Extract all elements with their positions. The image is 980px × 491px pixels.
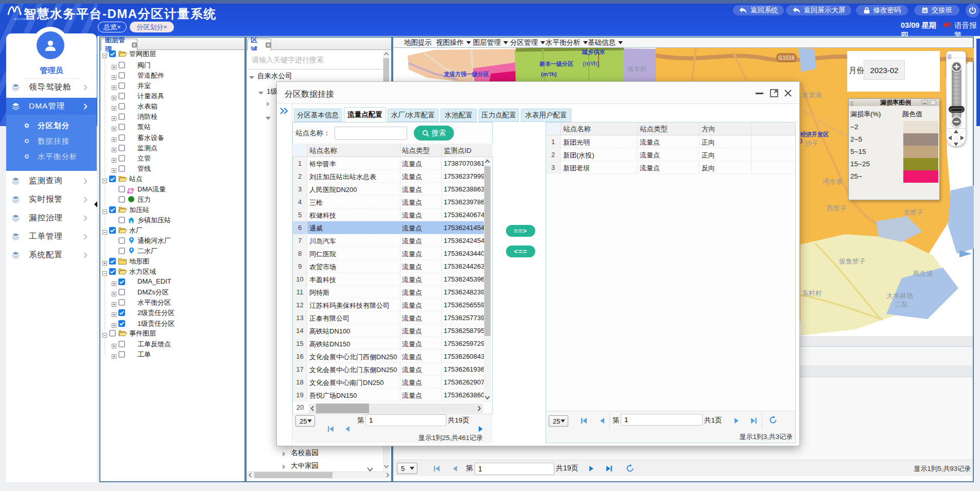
svg-text:北笸子: 北笸子 [903, 208, 923, 216]
svg-text:二队: 二队 [895, 301, 908, 308]
svg-text:龙堤方强一级分区: 龙堤方强一级分区 [443, 71, 489, 77]
svg-text:经济开发区: 经济开发区 [800, 131, 829, 137]
svg-text:坂鱼笸子: 坂鱼笸子 [838, 257, 866, 265]
svg-text:(m³/h): (m³/h) [541, 71, 557, 77]
svg-text:(m³/h): (m³/h) [583, 60, 599, 67]
svg-text:水龙港: 水龙港 [802, 91, 822, 99]
svg-text:海丰村: 海丰村 [627, 65, 647, 73]
svg-text:新丰一级分区: 新丰一级分区 [539, 61, 573, 67]
svg-text:城乡供水: 城乡供水 [581, 49, 606, 56]
svg-text:沙子: 沙子 [805, 139, 818, 147]
svg-text:西笸子: 西笸子 [827, 204, 847, 212]
svg-text:): ) [800, 137, 802, 144]
svg-text:G1516: G1516 [778, 55, 795, 61]
svg-text:死生港: 死生港 [913, 270, 933, 277]
svg-text:东村村: 东村村 [802, 289, 822, 297]
svg-text:大丰林场: 大丰林场 [886, 292, 913, 300]
svg-text:湾水舍: 湾水舍 [822, 178, 843, 185]
